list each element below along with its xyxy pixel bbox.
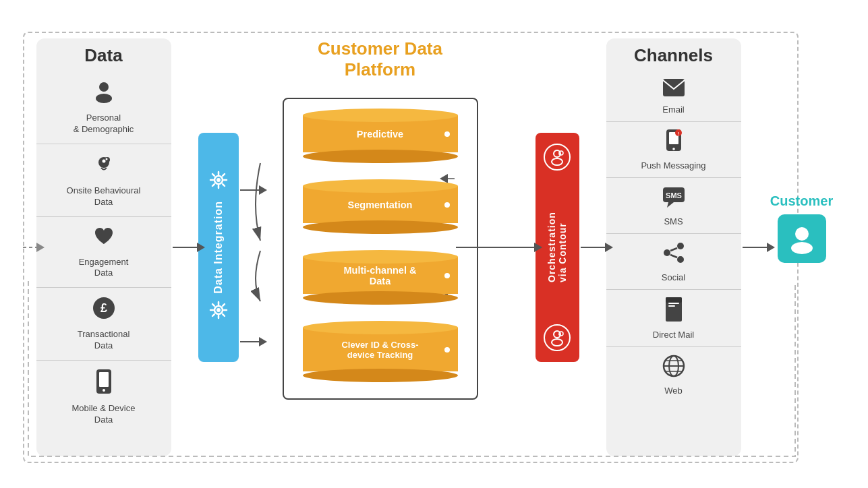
onsite-label: Onsite BehaviouralData: [67, 185, 141, 208]
cyl-seg-bottom: [303, 220, 458, 234]
transactional-label: TransactionalData: [78, 329, 130, 352]
gear-top-icon: [208, 169, 229, 195]
svg-text:£: £: [100, 301, 107, 315]
orchestration-label: Orchestrationvia Contour: [546, 171, 568, 324]
svg-point-31: [664, 249, 670, 256]
cylinder-segmentation: Segmentation: [303, 179, 458, 241]
data-item-onsite: Onsite BehaviouralData: [36, 144, 171, 217]
diagram-container: Data Personal& Demographic: [16, 11, 852, 477]
social-icon: [662, 241, 686, 270]
channel-email: Email: [606, 71, 741, 122]
channels-title: Channels: [634, 45, 713, 66]
brain-icon: [92, 152, 116, 181]
data-item-transactional: £ TransactionalData: [36, 288, 171, 361]
customer-title: Customer: [770, 193, 833, 209]
cylinder-predictive: Predictive: [303, 109, 458, 170]
svg-point-30: [677, 243, 684, 249]
svg-point-0: [99, 82, 109, 92]
customer-box: Customer: [768, 193, 836, 263]
svg-rect-21: [663, 79, 685, 96]
svg-line-34: [670, 255, 677, 257]
svg-rect-9: [99, 372, 109, 387]
pound-icon: £: [92, 296, 116, 325]
data-items-list: Personal& Demographic Onsite Behavioural…: [36, 71, 171, 434]
data-integration-label: Data Integration: [212, 201, 225, 294]
engagement-label: EngagementData: [79, 257, 129, 280]
data-item-personal: Personal& Demographic: [36, 71, 171, 144]
svg-point-10: [103, 389, 105, 392]
cdp-title: Customer DataPlatform: [318, 38, 442, 80]
person-bottom-icon: [544, 324, 571, 351]
svg-point-45: [795, 227, 809, 241]
heart-icon: [92, 225, 115, 253]
web-label: Web: [664, 386, 683, 396]
svg-text:!: !: [677, 131, 678, 136]
person-icon: [92, 80, 116, 109]
personal-label: Personal& Demographic: [74, 113, 134, 135]
orchestration-box: Orchestrationvia Contour: [536, 133, 579, 362]
svg-point-11: [216, 178, 221, 182]
mobile-icon: [94, 369, 113, 399]
cyl-ci-bottom: [303, 369, 458, 382]
email-icon: [662, 78, 685, 102]
channel-direct-mail: Direct Mail: [606, 290, 741, 347]
svg-rect-39: [666, 297, 682, 303]
svg-rect-38: [668, 305, 675, 307]
web-icon: [662, 354, 686, 383]
data-section: Data Personal& Demographic: [36, 38, 171, 456]
cyl-predictive-bottom: [303, 150, 458, 163]
data-item-engagement: EngagementData: [36, 217, 171, 288]
svg-point-24: [672, 148, 675, 150]
svg-point-32: [677, 256, 684, 263]
channel-items-list: Email ! Push Messaging: [606, 71, 741, 402]
email-label: Email: [662, 104, 685, 115]
gear-bottom-icon: [208, 299, 229, 326]
svg-line-33: [670, 248, 677, 251]
direct-mail-label: Direct Mail: [653, 330, 694, 340]
sms-icon: SMS: [662, 185, 686, 214]
cylinder-cleverid: Clever ID & Cross-device Tracking: [303, 321, 458, 389]
push-label: Push Messaging: [641, 160, 705, 171]
svg-point-1: [96, 94, 112, 103]
person-top-icon: [544, 144, 571, 171]
cdp-box: Predictive Segmentation Multi-channel &D…: [283, 98, 478, 400]
data-item-mobile: Mobile & DeviceData: [36, 361, 171, 434]
channel-social: Social: [606, 234, 741, 290]
mobile-label: Mobile & DeviceData: [72, 403, 136, 426]
sms-label: SMS: [664, 216, 683, 226]
data-title: Data: [84, 45, 122, 66]
svg-rect-37: [668, 303, 679, 304]
channels-section: Channels Email: [606, 38, 741, 456]
svg-point-12: [216, 308, 221, 312]
cdp-section: Customer DataPlatform Predictive Segment…: [259, 38, 502, 456]
social-label: Social: [662, 272, 685, 282]
svg-marker-28: [667, 202, 674, 208]
customer-avatar: [778, 214, 826, 263]
svg-point-5: [105, 158, 107, 160]
cyl-mc-bottom: [303, 291, 458, 305]
svg-point-4: [102, 159, 105, 162]
direct-mail-icon: [664, 297, 684, 327]
svg-point-46: [791, 242, 813, 254]
channel-sms: SMS SMS: [606, 178, 741, 234]
cylinder-multichannel: Multi-channel &Data: [303, 250, 458, 311]
channel-push-messaging: ! Push Messaging: [606, 122, 741, 178]
svg-point-14: [552, 158, 562, 165]
svg-point-18: [552, 339, 562, 346]
channel-web: Web: [606, 347, 741, 402]
push-icon: !: [665, 129, 683, 158]
svg-text:SMS: SMS: [666, 191, 682, 200]
data-integration-box: Data Integration: [198, 133, 239, 362]
cyl-ci-label: Clever ID & Cross-device Tracking: [303, 328, 458, 371]
